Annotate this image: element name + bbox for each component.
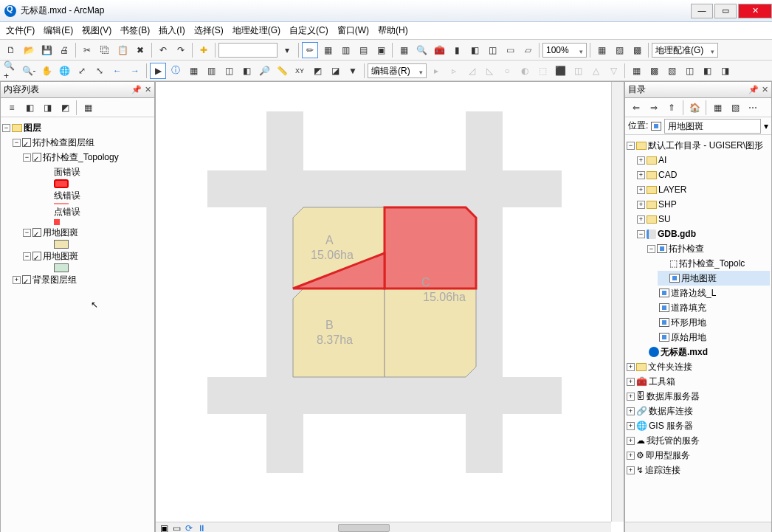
expander-icon[interactable]: − xyxy=(13,139,21,147)
point-error-swatch[interactable] xyxy=(54,219,60,225)
toc-tree[interactable]: − 图层 − 拓扑检查图层组 − 拓扑检查_Topology 面错误 线错误 点… xyxy=(1,117,154,532)
tree-label[interactable]: 数据库服务器 xyxy=(647,389,700,404)
layer-label[interactable]: 用地图斑 xyxy=(43,249,78,263)
layer-label[interactable]: 拓扑检查_Topology xyxy=(43,150,119,165)
menu-geoprocessing[interactable]: 地理处理(G) xyxy=(232,24,280,37)
back-icon[interactable]: ⇐ xyxy=(628,100,644,116)
parcel-swatch[interactable] xyxy=(54,240,69,249)
edit-tool-icon[interactable]: ▦ xyxy=(628,63,644,79)
expander-icon[interactable]: + xyxy=(627,393,635,401)
tree-label[interactable]: GIS 服务器 xyxy=(649,418,693,433)
tool-icon[interactable]: ▦ xyxy=(320,42,336,58)
modelbuilder-icon[interactable]: ◧ xyxy=(466,42,483,58)
tool-icon[interactable]: ◩ xyxy=(309,63,325,79)
tree-label[interactable]: AI xyxy=(658,153,666,167)
options-icon[interactable]: ▦ xyxy=(80,100,96,116)
tool-icon[interactable]: ▤ xyxy=(355,42,371,58)
tool-icon[interactable]: ▣ xyxy=(373,42,389,58)
measure-icon[interactable]: 📏 xyxy=(274,63,290,79)
redo-icon[interactable]: ↷ xyxy=(173,42,189,58)
undo-icon[interactable]: ↶ xyxy=(155,42,171,58)
up-icon[interactable]: ⇑ xyxy=(664,100,680,116)
panel-close-icon[interactable]: ✕ xyxy=(762,85,768,94)
editor-toolbar-icon[interactable]: ✏ xyxy=(302,42,318,58)
tree-label[interactable]: 用地图斑 xyxy=(681,271,717,286)
menu-file[interactable]: 文件(F) xyxy=(6,24,35,37)
pause-icon[interactable]: ⏸ xyxy=(197,523,206,532)
edit-tool-icon[interactable]: ▹ xyxy=(446,63,462,79)
back-icon[interactable]: ← xyxy=(109,63,125,79)
find-icon[interactable]: 🔎 xyxy=(256,63,272,79)
expander-icon[interactable]: + xyxy=(637,156,645,165)
tree-label[interactable]: 拓扑检查 xyxy=(669,241,704,256)
tool-icon[interactable]: ◪ xyxy=(327,63,343,79)
print-icon[interactable]: 🖨 xyxy=(56,42,72,58)
expander-icon[interactable]: + xyxy=(627,363,635,371)
zoom-percent[interactable]: 100% xyxy=(542,43,587,58)
menu-window[interactable]: 窗口(W) xyxy=(337,24,369,37)
edit-tool-icon[interactable]: ▸ xyxy=(428,63,444,79)
layer-label[interactable]: 背景图层组 xyxy=(32,272,77,287)
pan-icon[interactable]: ✋ xyxy=(38,63,55,79)
edit-tool-icon[interactable]: ⬚ xyxy=(534,63,551,79)
select-elements-icon[interactable]: ▶ xyxy=(150,63,166,79)
tool-icon[interactable]: ▩ xyxy=(629,42,645,58)
expander-icon[interactable]: + xyxy=(627,466,635,474)
checkbox[interactable] xyxy=(32,228,41,237)
expander-icon[interactable]: − xyxy=(627,142,635,150)
layer-label[interactable]: 拓扑检查图层组 xyxy=(32,135,94,150)
search-icon[interactable]: 🔍 xyxy=(413,42,430,58)
expander-icon[interactable]: − xyxy=(23,252,31,260)
tree-label[interactable]: GDB.gdb xyxy=(658,227,696,241)
tree-label[interactable]: 追踪连接 xyxy=(645,463,680,477)
tool-icon[interactable]: ◫ xyxy=(484,42,500,58)
expander-icon[interactable]: − xyxy=(2,124,10,132)
edit-tool-icon[interactable]: ◨ xyxy=(717,63,733,79)
parcel-swatch[interactable] xyxy=(54,263,69,272)
tool-icon[interactable]: ▼ xyxy=(345,63,361,79)
expander-icon[interactable]: − xyxy=(23,153,31,162)
minimize-button[interactable]: — xyxy=(691,4,713,18)
georeferencing-dropdown[interactable]: 地理配准(G) xyxy=(652,43,718,58)
tool-icon[interactable]: ▨ xyxy=(611,42,627,58)
tree-label[interactable]: 无标题.mxd xyxy=(661,345,708,359)
list-by-visibility-icon[interactable]: ◨ xyxy=(39,100,55,116)
list-by-drawing-icon[interactable]: ≡ xyxy=(4,100,20,116)
paste-icon[interactable]: 📋 xyxy=(114,42,131,58)
pin-icon[interactable]: 📌 xyxy=(748,85,759,94)
expander-icon[interactable]: − xyxy=(647,245,655,253)
edit-tool-icon[interactable]: ○ xyxy=(499,63,515,79)
expander-icon[interactable]: + xyxy=(627,378,635,386)
expander-icon[interactable]: + xyxy=(627,437,635,445)
tool-icon[interactable]: ▦ xyxy=(593,42,610,58)
panel-close-icon[interactable]: ✕ xyxy=(145,85,151,94)
connect-folder-icon[interactable]: ▧ xyxy=(727,100,743,116)
edit-tool-icon[interactable]: ◫ xyxy=(570,63,586,79)
home-icon[interactable]: 🏠 xyxy=(686,100,703,116)
forward-icon[interactable]: → xyxy=(127,63,143,79)
expander-icon[interactable]: + xyxy=(13,276,21,284)
scale-input[interactable] xyxy=(218,43,278,58)
zoom-out-icon[interactable]: 🔍- xyxy=(21,63,37,79)
copy-icon[interactable]: ⿻ xyxy=(97,42,113,58)
edit-tool-icon[interactable]: ⬛ xyxy=(552,63,568,79)
tool-icon[interactable]: ▥ xyxy=(337,42,354,58)
full-extent-icon[interactable]: 🌐 xyxy=(56,63,72,79)
tree-label[interactable]: 数据库连接 xyxy=(649,404,693,418)
add-data-icon[interactable]: ✚ xyxy=(196,42,212,58)
expander-icon[interactable]: + xyxy=(637,186,645,194)
tree-label[interactable]: 我托管的服务 xyxy=(647,433,700,448)
maximize-button[interactable]: ▭ xyxy=(714,4,737,18)
menu-selection[interactable]: 选择(S) xyxy=(194,24,224,37)
edit-tool-icon[interactable]: ◫ xyxy=(681,63,697,79)
menu-customize[interactable]: 自定义(C) xyxy=(289,24,328,37)
location-input[interactable]: 用地图斑 xyxy=(664,119,761,134)
layer-label[interactable]: 用地图斑 xyxy=(43,225,78,240)
expander-icon[interactable]: + xyxy=(627,407,635,415)
scroll-thumb[interactable] xyxy=(338,524,390,532)
open-icon[interactable]: 📂 xyxy=(21,42,37,58)
identify-icon[interactable]: ⓘ xyxy=(168,63,184,79)
tree-label[interactable]: LAYER xyxy=(658,182,686,197)
menu-edit[interactable]: 编辑(E) xyxy=(44,24,73,37)
vertical-scrollbar[interactable] xyxy=(611,82,624,522)
